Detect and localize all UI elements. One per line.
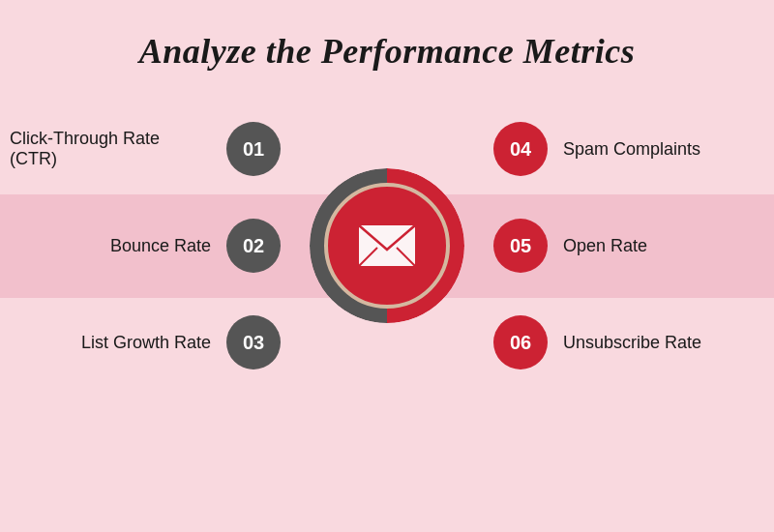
metric-label-ctr: Click-Through Rate (CTR): [10, 129, 211, 169]
metric-label-spam: Spam Complaints: [563, 139, 700, 160]
metric-badge-04: 04: [493, 122, 548, 176]
metrics-overlay: Click-Through Rate (CTR) 01 Bounce Rate …: [0, 91, 774, 400]
metric-badge-03: 03: [226, 315, 281, 369]
metric-row-bounce: Bounce Rate 02: [0, 197, 290, 294]
metric-label-bounce: Bounce Rate: [110, 236, 211, 256]
center-envelope: [310, 168, 464, 323]
metric-row-unsub: 06 Unsubscribe Rate: [484, 294, 774, 391]
inner-ring: [324, 183, 450, 309]
metric-row-open: 05 Open Rate: [484, 197, 774, 294]
metric-badge-01: 01: [226, 122, 281, 176]
metric-label-growth: List Growth Rate: [81, 333, 211, 353]
left-metrics-column: Click-Through Rate (CTR) 01 Bounce Rate …: [0, 101, 290, 391]
outer-ring: [310, 168, 464, 323]
metric-row-growth: List Growth Rate 03: [0, 294, 290, 391]
metric-badge-05: 05: [493, 219, 548, 273]
right-metrics-column: 04 Spam Complaints 05 Open Rate 06 Unsub…: [484, 101, 774, 391]
metric-label-unsub: Unsubscribe Rate: [563, 333, 701, 353]
metric-row-spam: 04 Spam Complaints: [484, 101, 774, 197]
content-rows: Click-Through Rate (CTR) 01 Bounce Rate …: [0, 91, 774, 400]
metric-badge-06: 06: [493, 315, 548, 369]
metric-label-open: Open Rate: [563, 236, 647, 256]
metric-row-ctr: Click-Through Rate (CTR) 01: [0, 101, 290, 197]
metric-badge-02: 02: [226, 219, 281, 273]
title-section: Analyze the Performance Metrics: [0, 0, 774, 91]
page-title: Analyze the Performance Metrics: [0, 31, 774, 72]
envelope-icon: [358, 224, 416, 267]
